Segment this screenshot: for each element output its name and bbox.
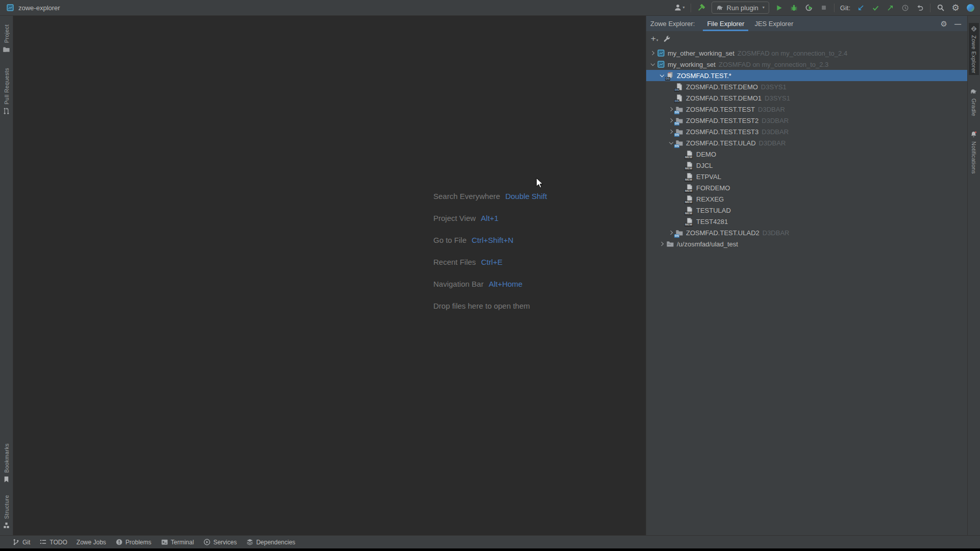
stripe-button-label: Project	[4, 24, 10, 43]
toolwindow-options-button[interactable]: ⚙	[941, 20, 947, 28]
stripe-button[interactable]: Structure	[2, 493, 12, 531]
tree-row[interactable]: ZOSMFAD.TEST.ULAD2 D3DBAR	[646, 227, 967, 238]
status-bar-item[interactable]: Problems	[115, 538, 152, 546]
build-button[interactable]	[697, 2, 706, 13]
status-bar-item[interactable]: Services	[203, 538, 237, 546]
status-item-label: Problems	[126, 539, 152, 546]
status-bar-item[interactable]: Terminal	[161, 538, 194, 546]
hint-shortcut: Ctrl+E	[481, 258, 502, 266]
hint-label: Recent Files	[433, 258, 476, 266]
status-item-label: Terminal	[171, 539, 194, 546]
tree-row[interactable]: DJCL	[646, 160, 967, 171]
search-icon	[937, 4, 945, 12]
stripe-button[interactable]: Bookmarks	[2, 442, 12, 485]
tree-row[interactable]: ETPVAL	[646, 171, 967, 182]
stripe-button[interactable]: Notifications	[969, 129, 979, 176]
pds-icon	[675, 128, 683, 136]
problems-icon	[115, 538, 123, 546]
tree-row[interactable]: ZOSMFAD.TEST.*	[646, 70, 967, 81]
tree-row[interactable]: ZOSMFAD.TEST.DEMO D3SYS1	[646, 81, 967, 92]
tree-row[interactable]: my_other_working_set ZOSMFAD on my_conne…	[646, 47, 967, 59]
tree-node-suffix: D3DBAR	[759, 139, 786, 147]
chevron-down-icon: ▾	[656, 38, 658, 42]
tree-node-label: ETPVAL	[696, 173, 721, 181]
hint-shortcut: Alt+1	[481, 214, 499, 222]
status-bar-item[interactable]: Dependencies	[246, 538, 296, 546]
run-button[interactable]	[775, 2, 784, 13]
toolbar-separator	[691, 4, 691, 12]
run-configuration-combo[interactable]: Run plugin ▾	[712, 2, 769, 14]
tree-row[interactable]: ZOSMFAD.TEST.TEST3 D3DBAR	[646, 126, 967, 137]
tree-node-suffix: D3DBAR	[762, 128, 789, 136]
mouse-cursor	[536, 178, 545, 189]
chevron-icon[interactable]	[649, 49, 657, 57]
gear-icon: ⚙	[941, 19, 947, 28]
tree-row[interactable]: TEST4281	[646, 216, 967, 227]
stop-button[interactable]	[819, 2, 828, 13]
profiler-button[interactable]	[804, 2, 814, 13]
settings-button[interactable]: ⚙	[951, 2, 960, 13]
stripe-button[interactable]: Gradle	[969, 86, 979, 118]
tree-node-suffix: D3DBAR	[763, 229, 790, 237]
right-stripe-group: Z Zowe Explorer Gradle Notifications	[969, 23, 979, 175]
chevron-icon[interactable]	[658, 240, 666, 248]
tree-row[interactable]: ZOSMFAD.TEST.TEST2 D3DBAR	[646, 115, 967, 126]
git-push-button[interactable]	[886, 2, 895, 13]
tree-node-suffix: ZOSMFAD on my_connection_to_2.4	[738, 49, 847, 57]
working-set-icon	[657, 60, 665, 68]
tree-node-label: ZOSMFAD.TEST.DEMO	[686, 83, 758, 91]
git-update-button[interactable]	[856, 2, 865, 13]
stripe-button[interactable]: Z Zowe Explorer	[969, 23, 979, 75]
editor-hint: Drop files here to open them	[433, 295, 547, 317]
tree-node-suffix: D3DBAR	[758, 106, 785, 113]
toolbar-separator	[930, 4, 930, 12]
stripe-button-label: Bookmarks	[4, 443, 10, 473]
hint-shortcut: Alt+Home	[488, 280, 522, 288]
toolwindow-header: Zowe Explorer: File ExplorerJES Explorer…	[646, 16, 967, 31]
profile-avatar-button[interactable]	[966, 2, 975, 13]
stripe-button[interactable]: Pull Requests	[2, 66, 12, 117]
play-icon	[775, 4, 783, 12]
terminal-icon	[161, 538, 168, 546]
check-icon	[872, 4, 879, 12]
hint-label: Go to File	[433, 236, 467, 244]
tree-row[interactable]: ZOSMFAD.TEST.DEMO1 D3SYS1	[646, 92, 967, 104]
services-icon	[203, 538, 211, 546]
toolwindow-tab[interactable]: JES Explorer	[749, 16, 798, 31]
tree-row[interactable]: TESTULAD	[646, 205, 967, 216]
member-icon	[685, 217, 694, 226]
chevron-icon[interactable]	[649, 60, 657, 68]
git-history-button[interactable]	[900, 2, 910, 13]
tree-row[interactable]: my_working_set ZOSMFAD on my_connection_…	[646, 59, 967, 70]
tree-row[interactable]: DEMO	[646, 148, 967, 160]
uss-folder-icon	[666, 240, 674, 248]
tree-row[interactable]: FORDEMO	[646, 182, 967, 193]
main-toolbar: ▾ Run plugin ▾ Git:	[674, 2, 977, 14]
toolwindow-tab[interactable]: File Explorer	[702, 16, 749, 31]
tree-row[interactable]: ZOSMFAD.TEST.TEST D3DBAR	[646, 104, 967, 115]
add-button[interactable]: + ▾	[651, 35, 658, 42]
stripe-button[interactable]: Project	[2, 23, 12, 55]
tree-node-suffix: D3SYS1	[761, 83, 787, 91]
search-everywhere-button[interactable]	[936, 2, 945, 13]
dataset-tree: my_other_working_set ZOSMFAD on my_conne…	[646, 46, 967, 535]
tree-row[interactable]: /u/zosmfad/ulad_test	[646, 238, 967, 249]
status-bar-item[interactable]: Zowe Jobs	[77, 539, 106, 546]
status-bar-item[interactable]: Git	[12, 538, 30, 546]
git-commit-button[interactable]	[871, 2, 880, 13]
user-account-button[interactable]: ▾	[674, 2, 685, 13]
status-bar-item[interactable]: TODO	[39, 538, 67, 546]
editor-area: Search EverywhereDouble Shift Project Vi…	[13, 16, 646, 535]
debug-button[interactable]	[790, 2, 799, 13]
stripe-button-label: Gradle	[971, 98, 977, 116]
avatar-sphere-icon	[966, 4, 975, 12]
gear-icon: ⚙	[951, 4, 959, 12]
tree-row[interactable]: REXXEG	[646, 193, 967, 205]
tree-row[interactable]: ZOSMFAD.TEST.ULAD D3DBAR	[646, 137, 967, 148]
editor-hint: Go to FileCtrl+Shift+N	[433, 229, 547, 251]
git-rollback-button[interactable]	[915, 2, 924, 13]
bookmark-icon	[3, 475, 11, 484]
settings-wrench-button[interactable]	[663, 35, 671, 43]
toolwindow-hide-button[interactable]: —	[954, 20, 961, 28]
hint-label: Drop files here to open them	[433, 302, 530, 310]
